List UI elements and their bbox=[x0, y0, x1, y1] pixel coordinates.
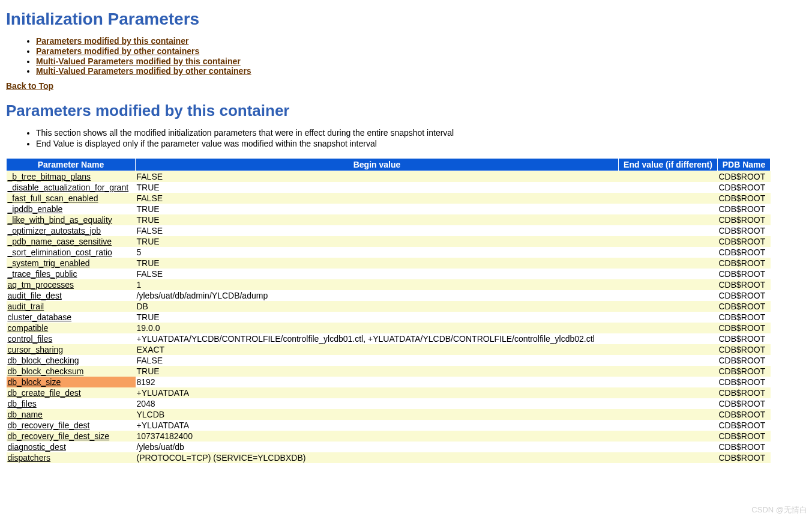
table-row: cluster_databaseTRUECDB$ROOT bbox=[7, 312, 771, 323]
table-row: db_create_file_dest+YLUATDATACDB$ROOT bbox=[7, 387, 771, 398]
cell-end-value bbox=[619, 409, 718, 420]
cell-param-name: _fast_full_scan_enabled bbox=[7, 193, 136, 204]
toc-link[interactable]: Multi-Valued Parameters modified by this… bbox=[36, 56, 241, 66]
toc-link[interactable]: Parameters modified by other containers bbox=[36, 46, 199, 56]
cell-end-value bbox=[619, 398, 718, 409]
cell-begin-value: 19.0.0 bbox=[136, 323, 619, 333]
cell-begin-value: +YLUATDATA bbox=[136, 387, 619, 398]
cell-end-value bbox=[619, 312, 718, 323]
table-row: audit_trailDBCDB$ROOT bbox=[7, 301, 771, 312]
cell-param-name: db_create_file_dest bbox=[7, 387, 136, 398]
table-row: _ipddb_enableTRUECDB$ROOT bbox=[7, 204, 771, 214]
cell-begin-value: FALSE bbox=[136, 225, 619, 236]
cell-begin-value: TRUE bbox=[136, 204, 619, 214]
toc-item: Multi-Valued Parameters modified by this… bbox=[36, 56, 806, 67]
cell-param-name: db_block_size bbox=[7, 377, 136, 387]
cell-end-value bbox=[619, 344, 718, 355]
cell-end-value bbox=[619, 182, 718, 193]
cell-begin-value: TRUE bbox=[136, 366, 619, 377]
cell-end-value bbox=[619, 290, 718, 301]
cell-end-value bbox=[619, 323, 718, 333]
cell-begin-value: FALSE bbox=[136, 355, 619, 366]
cell-end-value bbox=[619, 214, 718, 225]
cell-pdb-name: CDB$ROOT bbox=[718, 431, 771, 442]
cell-end-value bbox=[619, 377, 718, 387]
cell-pdb-name: CDB$ROOT bbox=[718, 247, 771, 258]
cell-pdb-name: CDB$ROOT bbox=[718, 333, 771, 344]
section-title: Parameters modified by this container bbox=[6, 102, 806, 120]
cell-param-name: _system_trig_enabled bbox=[7, 258, 136, 269]
cell-begin-value: FALSE bbox=[136, 193, 619, 204]
cell-begin-value: +YLUATDATA bbox=[136, 420, 619, 431]
cell-end-value bbox=[619, 193, 718, 204]
cell-begin-value: 8192 bbox=[136, 377, 619, 387]
toc-item: Multi-Valued Parameters modified by othe… bbox=[36, 66, 806, 76]
cell-pdb-name: CDB$ROOT bbox=[718, 204, 771, 214]
cell-param-name: db_files bbox=[7, 398, 136, 409]
cell-param-name: audit_file_dest bbox=[7, 290, 136, 301]
cell-begin-value: 1 bbox=[136, 279, 619, 290]
cell-pdb-name: CDB$ROOT bbox=[718, 452, 771, 463]
cell-pdb-name: CDB$ROOT bbox=[718, 420, 771, 431]
cell-param-name: db_block_checksum bbox=[7, 366, 136, 377]
cell-pdb-name: CDB$ROOT bbox=[718, 312, 771, 323]
table-row: db_block_size8192CDB$ROOT bbox=[7, 377, 771, 387]
toc-item: Parameters modified by this container bbox=[36, 36, 806, 46]
cell-begin-value: YLCDB bbox=[136, 409, 619, 420]
cell-param-name: cluster_database bbox=[7, 312, 136, 323]
cell-param-name: db_recovery_file_dest bbox=[7, 420, 136, 431]
cell-pdb-name: CDB$ROOT bbox=[718, 387, 771, 398]
cell-end-value bbox=[619, 236, 718, 247]
cell-param-name: db_name bbox=[7, 409, 136, 420]
cell-param-name: db_recovery_file_dest_size bbox=[7, 431, 136, 442]
table-row: cursor_sharingEXACTCDB$ROOT bbox=[7, 344, 771, 355]
cell-end-value bbox=[619, 387, 718, 398]
cell-param-name: _like_with_bind_as_equality bbox=[7, 214, 136, 225]
cell-begin-value: +YLUATDATA/YLCDB/CONTROLFILE/controlfile… bbox=[136, 333, 619, 344]
cell-begin-value: 2048 bbox=[136, 398, 619, 409]
cell-param-name: _trace_files_public bbox=[7, 269, 136, 279]
cell-end-value bbox=[619, 355, 718, 366]
page-title: Initialization Parameters bbox=[6, 10, 806, 29]
cell-end-value bbox=[619, 301, 718, 312]
table-row: dispatchers(PROTOCOL=TCP) (SERVICE=YLCDB… bbox=[7, 452, 771, 463]
cell-begin-value: /ylebs/uat/db bbox=[136, 442, 619, 452]
cell-end-value bbox=[619, 204, 718, 214]
cell-pdb-name: CDB$ROOT bbox=[718, 182, 771, 193]
cell-param-name: compatible bbox=[7, 323, 136, 333]
table-row: db_block_checksumTRUECDB$ROOT bbox=[7, 366, 771, 377]
cell-pdb-name: CDB$ROOT bbox=[718, 366, 771, 377]
table-row: diagnostic_dest/ylebs/uat/dbCDB$ROOT bbox=[7, 442, 771, 452]
note-item: End Value is displayed only if the param… bbox=[36, 138, 806, 149]
cell-pdb-name: CDB$ROOT bbox=[718, 290, 771, 301]
cell-pdb-name: CDB$ROOT bbox=[718, 269, 771, 279]
table-row: _system_trig_enabledTRUECDB$ROOT bbox=[7, 258, 771, 269]
table-row: db_recovery_file_dest+YLUATDATACDB$ROOT bbox=[7, 420, 771, 431]
toc-link[interactable]: Parameters modified by this container bbox=[36, 36, 188, 46]
cell-end-value bbox=[619, 247, 718, 258]
cell-param-name: _sort_elimination_cost_ratio bbox=[7, 247, 136, 258]
table-header-row: Parameter Name Begin value End value (if… bbox=[7, 158, 771, 171]
cell-pdb-name: CDB$ROOT bbox=[718, 193, 771, 204]
cell-begin-value: FALSE bbox=[136, 269, 619, 279]
toc-link[interactable]: Multi-Valued Parameters modified by othe… bbox=[36, 66, 251, 76]
cell-begin-value: 107374182400 bbox=[136, 431, 619, 442]
cell-pdb-name: CDB$ROOT bbox=[718, 323, 771, 333]
col-header-pdb: PDB Name bbox=[718, 158, 771, 171]
cell-end-value bbox=[619, 420, 718, 431]
cell-pdb-name: CDB$ROOT bbox=[718, 301, 771, 312]
table-row: _optimizer_autostats_jobFALSECDB$ROOT bbox=[7, 225, 771, 236]
cell-param-name: db_block_checking bbox=[7, 355, 136, 366]
table-row: _sort_elimination_cost_ratio5CDB$ROOT bbox=[7, 247, 771, 258]
cell-param-name: dispatchers bbox=[7, 452, 136, 463]
table-row: aq_tm_processes1CDB$ROOT bbox=[7, 279, 771, 290]
cell-begin-value: 5 bbox=[136, 247, 619, 258]
cell-end-value bbox=[619, 225, 718, 236]
cell-pdb-name: CDB$ROOT bbox=[718, 236, 771, 247]
table-row: _like_with_bind_as_equalityTRUECDB$ROOT bbox=[7, 214, 771, 225]
col-header-param: Parameter Name bbox=[7, 158, 136, 171]
cell-begin-value: TRUE bbox=[136, 236, 619, 247]
table-row: _pdb_name_case_sensitiveTRUECDB$ROOT bbox=[7, 236, 771, 247]
toc-item: Parameters modified by other containers bbox=[36, 46, 806, 56]
back-to-top-link[interactable]: Back to Top bbox=[6, 81, 53, 91]
